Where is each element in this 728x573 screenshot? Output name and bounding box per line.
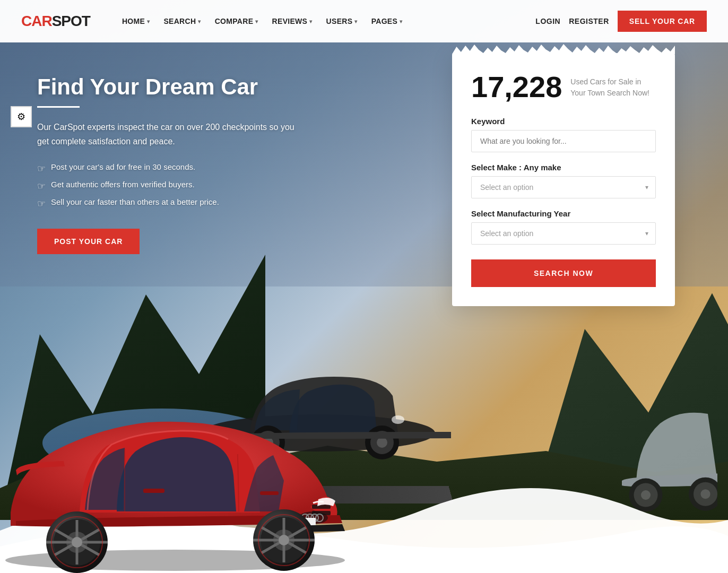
sell-car-button[interactable]: SELL YOUR CAR (618, 11, 707, 32)
svg-rect-9 (312, 505, 331, 509)
year-label: Select Manufacturing Year (471, 209, 656, 218)
svg-point-7 (392, 415, 404, 424)
register-link[interactable]: REGISTER (569, 17, 609, 25)
svg-point-26 (279, 535, 289, 545)
logo-spot: SPOT (52, 13, 90, 30)
right-car-partial (622, 385, 717, 531)
chevron-down-icon: ▾ (354, 19, 357, 24)
hero-underline (37, 106, 80, 108)
chevron-down-icon: ▾ (400, 19, 402, 24)
logo[interactable]: CARSPOT (21, 13, 90, 30)
year-select-wrap: Select an option ▾ (471, 222, 656, 245)
nav-actions: LOGIN REGISTER SELL YOUR CAR (535, 11, 707, 32)
thumb-icon: ☞ (37, 180, 46, 192)
hero-section: ⚙ Find Your Dream Car Our CarSpot expert… (0, 0, 728, 573)
make-label: Select Make : Any make (471, 163, 656, 172)
hero-feature-list: ☞ Post your car's ad for free in 30 seco… (37, 162, 302, 210)
gear-button[interactable]: ⚙ (11, 106, 32, 127)
nav-reviews[interactable]: REVIEWS ▾ (267, 15, 318, 28)
make-select[interactable]: Select an option (471, 176, 656, 198)
make-select-wrap: Select an option ▾ (471, 176, 656, 198)
gear-icon: ⚙ (17, 111, 25, 123)
chevron-down-icon: ▾ (198, 19, 201, 24)
list-item: ☞ Post your car's ad for free in 30 seco… (37, 162, 302, 175)
navbar: CARSPOT HOME ▾ SEARCH ▾ COMPARE ▾ REVIEW… (0, 0, 728, 42)
thumb-icon: ☞ (37, 198, 46, 210)
nav-home[interactable]: HOME ▾ (117, 15, 155, 28)
svg-point-34 (72, 537, 82, 548)
hero-title: Find Your Dream Car (37, 74, 302, 100)
thumb-icon: ☞ (37, 163, 46, 175)
svg-point-39 (641, 490, 651, 500)
svg-rect-11 (143, 489, 164, 493)
svg-point-6 (377, 437, 387, 448)
stats-number: 17,228 (471, 72, 562, 102)
chevron-down-icon: ▾ (147, 19, 150, 24)
post-car-button[interactable]: POST YOUR CAR (37, 229, 140, 254)
keyword-input[interactable] (471, 130, 656, 152)
red-car (0, 364, 371, 573)
keyword-group: Keyword (471, 117, 656, 152)
svg-point-42 (701, 489, 710, 499)
keyword-label: Keyword (471, 117, 656, 126)
stats-row: 17,228 Used Cars for Sale in Your Town S… (471, 72, 656, 102)
svg-rect-12 (260, 491, 279, 495)
search-card: 17,228 Used Cars for Sale in Your Town S… (452, 53, 675, 306)
logo-car: CAR (21, 13, 52, 30)
nav-pages[interactable]: PAGES ▾ (366, 15, 408, 28)
login-link[interactable]: LOGIN (535, 17, 560, 25)
hero-description: Our CarSpot experts inspect the car on o… (37, 120, 302, 149)
year-select[interactable]: Select an option (471, 222, 656, 245)
make-group: Select Make : Any make Select an option … (471, 163, 656, 198)
nav-links: HOME ▾ SEARCH ▾ COMPARE ▾ REVIEWS ▾ USER… (117, 15, 535, 28)
nav-compare[interactable]: COMPARE ▾ (210, 15, 264, 28)
search-now-button[interactable]: SEARCH NOW (471, 259, 656, 287)
year-group: Select Manufacturing Year Select an opti… (471, 209, 656, 245)
hero-content: Find Your Dream Car Our CarSpot experts … (37, 74, 302, 254)
chevron-down-icon: ▾ (255, 19, 258, 24)
nav-users[interactable]: USERS ▾ (321, 15, 363, 28)
stats-description: Used Cars for Sale in Your Town Search N… (570, 72, 656, 99)
chevron-down-icon: ▾ (309, 19, 312, 24)
list-item: ☞ Sell your car faster than others at a … (37, 197, 302, 210)
list-item: ☞ Get authentic offers from verified buy… (37, 180, 302, 192)
nav-search[interactable]: SEARCH ▾ (158, 15, 206, 28)
